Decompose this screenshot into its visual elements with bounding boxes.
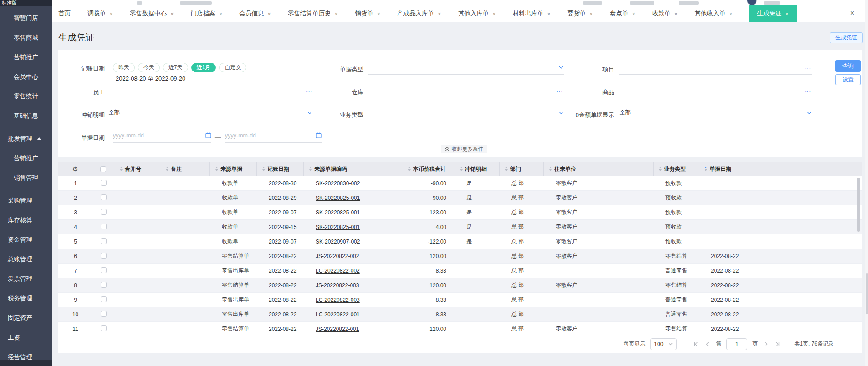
sidebar-item-general-ledger[interactable]: 总账管理 — [0, 249, 52, 269]
sidebar-item-fixed-assets[interactable]: 固定资产 — [0, 308, 52, 328]
cell-source-doc-code[interactable]: SK-20220825-001 — [304, 195, 369, 201]
doc-date-start-input[interactable] — [113, 132, 205, 139]
settings-button[interactable]: 设置 — [835, 74, 861, 85]
column-header-note[interactable]: 备注 — [160, 162, 210, 176]
goods-input[interactable] — [619, 87, 805, 93]
sidebar-item-wholesale-marketing-promotion[interactable]: 营销推广 — [0, 148, 52, 168]
tab-receipt-order[interactable]: 收款单× — [652, 5, 678, 22]
tab-close-icon[interactable]: × — [785, 10, 789, 17]
cell-source-doc-code[interactable]: SK-20220907-002 — [304, 239, 369, 245]
sort-arrows-icon[interactable] — [309, 167, 312, 171]
source-doc-link[interactable]: SK-20220907-002 — [316, 239, 360, 245]
column-header-department[interactable]: 部门 — [500, 162, 544, 176]
collapse-more-conditions-button[interactable]: 收起更多条件 — [441, 145, 487, 153]
row-checkbox[interactable] — [92, 282, 114, 289]
tab-retail-data-center[interactable]: 零售数据中心× — [130, 5, 174, 22]
column-header-source-doc-code[interactable]: 来源单据编码 — [304, 162, 369, 176]
select-all-checkbox[interactable] — [92, 162, 114, 176]
tab-close-icon[interactable]: × — [334, 10, 338, 17]
tab-member-info[interactable]: 会员信息× — [239, 5, 271, 22]
scrollbar-thumb[interactable] — [866, 273, 868, 314]
row-checkbox[interactable] — [92, 194, 114, 202]
checkbox-icon[interactable] — [101, 209, 107, 215]
tab-close-icon[interactable]: × — [729, 10, 733, 17]
table-scrollbar[interactable] — [857, 178, 860, 333]
sidebar-item-member-center[interactable]: 会员中心 — [0, 67, 52, 86]
column-header-doc-date[interactable]: 单据日期 — [699, 162, 858, 176]
tab-close-icon[interactable]: × — [492, 10, 496, 17]
doc-date-start[interactable] — [113, 128, 211, 143]
source-doc-link[interactable]: JS-20220822-001 — [316, 326, 359, 332]
tab-store-archive[interactable]: 门店档案× — [191, 5, 223, 22]
source-doc-link[interactable]: JS-20220822-003 — [316, 282, 359, 289]
goods-picker[interactable]: ... — [619, 83, 812, 97]
tab-other-inbound[interactable]: 其他入库单× — [458, 5, 496, 22]
project-input[interactable] — [619, 64, 805, 71]
source-doc-link[interactable]: LC-20220822-002 — [316, 268, 360, 274]
sidebar-item-inventory-accounting[interactable]: 库存核算 — [0, 210, 52, 230]
first-page-icon[interactable] — [693, 341, 700, 347]
tab-close-icon[interactable]: × — [632, 10, 635, 17]
row-checkbox[interactable] — [92, 238, 114, 245]
support-icon[interactable] — [679, 1, 699, 5]
cell-source-doc-code[interactable]: JS-20220822-001 — [304, 326, 369, 332]
window-scrollbar[interactable] — [865, 0, 868, 366]
next-page-icon[interactable] — [763, 341, 769, 347]
checkbox-icon[interactable] — [100, 166, 106, 172]
tab-close-icon[interactable]: × — [547, 10, 551, 17]
column-header-merge-no[interactable]: 合并号 — [114, 162, 160, 176]
scrollbar-thumb[interactable] — [857, 178, 860, 232]
row-checkbox[interactable] — [92, 325, 114, 333]
checkbox-icon[interactable] — [101, 296, 107, 302]
checkbox-icon[interactable] — [101, 253, 107, 259]
page-input[interactable] — [726, 338, 747, 350]
doc-date-end[interactable] — [225, 128, 322, 143]
table-row[interactable]: 2收款单2022-08-29SK-20220825-00190.00是总 部零散… — [58, 191, 862, 205]
doc-type-input[interactable] — [368, 64, 558, 71]
tab-close-icon[interactable]: × — [110, 10, 113, 17]
cell-source-doc-code[interactable]: JS-20220822-002 — [304, 253, 369, 259]
generate-voucher-button[interactable]: 生成凭证 — [830, 32, 863, 43]
date-preset-last-1-month[interactable]: 近1月 — [191, 63, 216, 72]
sort-arrows-icon[interactable] — [705, 167, 707, 171]
prev-page-icon[interactable] — [705, 341, 711, 347]
cell-source-doc-code[interactable]: JS-20220822-003 — [304, 282, 369, 289]
sidebar-item-retail-statistics[interactable]: 零售统计 — [0, 86, 52, 106]
checkbox-icon[interactable] — [101, 282, 107, 288]
tab-close-icon[interactable]: × — [438, 10, 441, 17]
tab-close-icon[interactable]: × — [674, 10, 678, 17]
ellipsis-icon[interactable]: ... — [805, 64, 812, 71]
sidebar-item-tax-management[interactable]: 税务管理 — [0, 289, 52, 308]
table-row[interactable]: 10零售出库单2022-08-22LC-20220822-0018.33总 部普… — [58, 307, 862, 322]
cell-source-doc-code[interactable]: LC-20220822-003 — [304, 297, 369, 303]
column-header-amount-incl-tax[interactable]: 本币价税合计 — [369, 162, 454, 176]
last-page-icon[interactable] — [774, 341, 781, 347]
table-row[interactable]: 11零售结算单2022-08-22JS-20220822-001120.00总 … — [58, 322, 862, 335]
warehouse-input[interactable] — [368, 87, 557, 93]
sidebar-item-sales-management[interactable]: 销售管理 — [0, 168, 52, 188]
sort-arrows-icon[interactable] — [215, 167, 218, 171]
tab-close-icon[interactable]: × — [267, 10, 271, 17]
source-doc-link[interactable]: SK-20220830-002 — [316, 180, 360, 187]
checkbox-icon[interactable] — [101, 267, 107, 273]
sidebar-item-payroll[interactable]: 工资 — [0, 328, 52, 347]
sort-arrows-icon[interactable] — [549, 167, 552, 171]
sidebar-item-retail-mall[interactable]: 零售商城 — [0, 28, 52, 47]
sidebar-item-smart-store[interactable]: 智慧门店 — [0, 8, 52, 28]
tab-material-outbound[interactable]: 材料出库单× — [513, 5, 551, 22]
checkbox-icon[interactable] — [101, 224, 107, 229]
column-header-offset-detail[interactable]: 冲销明细 — [454, 162, 500, 176]
cell-source-doc-code[interactable]: SK-20220825-001 — [304, 224, 369, 230]
tab-close-icon[interactable]: × — [589, 10, 593, 17]
source-doc-link[interactable]: SK-20220825-001 — [316, 195, 360, 201]
sidebar-item-invoice-management[interactable]: 发票管理 — [0, 269, 52, 289]
column-header-counterparty[interactable]: 往来单位 — [544, 162, 654, 176]
source-doc-link[interactable]: LC-20220822-003 — [316, 297, 360, 303]
source-doc-link[interactable]: LC-20220822-001 — [316, 311, 360, 318]
row-checkbox[interactable] — [92, 253, 114, 260]
sidebar-item-funds-management[interactable]: 资金管理 — [0, 230, 52, 249]
sort-arrows-icon[interactable] — [408, 167, 411, 171]
tab-sales-order[interactable]: 销货单× — [355, 5, 380, 22]
tab-transfer-order[interactable]: 调拨单× — [87, 5, 113, 22]
table-row[interactable]: 1收款单2022-08-30SK-20220830-002-90.00是总 部零… — [58, 176, 862, 191]
